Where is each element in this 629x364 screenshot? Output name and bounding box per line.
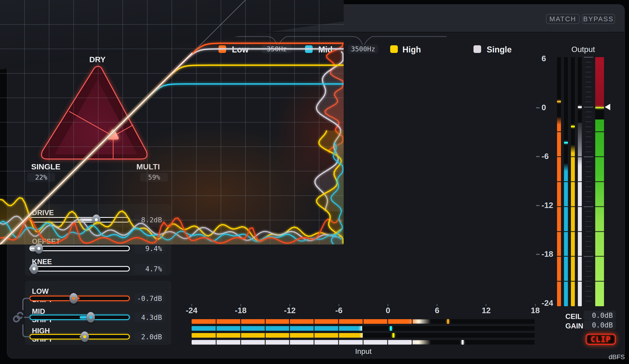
tick	[586, 226, 592, 227]
fill	[557, 124, 561, 306]
seg	[387, 319, 388, 324]
high-shift-knob[interactable]	[81, 331, 89, 342]
seg	[363, 319, 364, 324]
seg	[412, 319, 413, 324]
output-meter-mid	[564, 57, 568, 306]
seg	[564, 231, 568, 232]
seg	[289, 326, 290, 331]
low-shift-slider-track[interactable]	[29, 296, 130, 301]
seg	[557, 131, 561, 132]
clip-button[interactable]: CLIP	[586, 334, 616, 345]
x-tick-label-12: 12	[475, 306, 498, 315]
gain-value[interactable]: 0.0dB	[584, 320, 616, 330]
seg	[289, 333, 290, 338]
tick	[586, 251, 592, 252]
knee-slider-track[interactable]	[29, 266, 130, 272]
input-meter-low	[192, 319, 535, 324]
y-tick	[536, 205, 540, 206]
offset-value[interactable]: 9.4%	[134, 243, 165, 254]
x-tick-label-0: 0	[376, 306, 400, 315]
seg	[595, 131, 604, 132]
tick	[586, 112, 592, 112]
seg	[216, 319, 217, 324]
knee-value[interactable]: 4.7%	[134, 264, 165, 274]
tick	[586, 182, 592, 182]
tick	[586, 117, 592, 117]
offset-slider-track[interactable]	[29, 246, 130, 251]
tick	[586, 246, 592, 247]
offset-knob[interactable]	[35, 243, 43, 254]
peak-tick	[564, 142, 568, 144]
mid-shift-knob-dot	[89, 316, 92, 319]
ceil-label: CEIL	[565, 312, 582, 321]
tick	[586, 72, 592, 72]
legend-high-swatch[interactable]	[390, 45, 398, 53]
tick	[584, 57, 593, 58]
low-shift-knob[interactable]	[69, 293, 78, 304]
input-meter-mid	[192, 326, 535, 331]
tick	[586, 82, 592, 82]
tick	[586, 286, 592, 286]
input-meters	[192, 318, 535, 346]
peak-tick	[557, 101, 561, 102]
tick	[586, 191, 592, 192]
transfer-curve-display[interactable]: dBFS	[0, 0, 344, 245]
shift-link-bracket	[9, 291, 32, 342]
seg	[363, 340, 364, 345]
tip	[358, 326, 362, 331]
x-tick-label--24: -24	[180, 306, 203, 315]
legend-single-swatch[interactable]	[473, 45, 481, 53]
peak-tick	[571, 126, 575, 127]
seg	[564, 281, 568, 282]
mid-shift-knob[interactable]	[87, 312, 95, 323]
bypass-button[interactable]: BYPASS	[582, 14, 615, 24]
tick	[586, 221, 592, 222]
seg	[265, 319, 266, 324]
fade	[571, 145, 575, 153]
tick	[586, 301, 592, 301]
output-main-meter	[595, 57, 604, 306]
legend-single-label: Single	[487, 45, 512, 55]
x-tick-label--18: -18	[229, 306, 252, 315]
output-meter-single	[578, 57, 582, 306]
fill	[192, 333, 363, 338]
fade	[578, 158, 582, 166]
tick	[586, 142, 592, 142]
fill	[578, 166, 582, 306]
seg	[338, 340, 339, 345]
seg	[578, 156, 582, 157]
seg	[314, 333, 314, 338]
graph-grid	[0, 0, 344, 245]
seg	[216, 333, 217, 338]
ceiling-marker[interactable]	[605, 103, 611, 111]
tick	[586, 266, 592, 267]
tick	[584, 107, 593, 107]
seg	[289, 340, 290, 345]
seg	[564, 181, 568, 182]
identity-line-bright	[0, 53, 192, 245]
tick	[586, 62, 592, 62]
mid-shift-value[interactable]: 4.3dB	[134, 312, 165, 322]
seg	[338, 319, 339, 324]
tick	[586, 172, 592, 172]
peak-tick	[462, 340, 464, 345]
tick	[584, 157, 593, 157]
seg	[338, 326, 339, 331]
tick	[584, 256, 593, 257]
seg	[557, 206, 561, 207]
seg	[557, 281, 561, 282]
seg	[265, 340, 266, 345]
seg	[578, 181, 582, 182]
knee-knob-dot	[33, 268, 36, 271]
crossover-freq-high[interactable]: 3500Hz	[348, 45, 378, 53]
graph-layers	[0, 0, 344, 245]
gain-label: GAIN	[565, 322, 583, 330]
ceil-value[interactable]: 0.0dB	[584, 311, 616, 320]
tick	[586, 241, 592, 242]
tick	[586, 96, 592, 97]
seg	[595, 206, 604, 207]
match-button[interactable]: MATCH	[546, 14, 580, 24]
high-shift-value[interactable]: 2.0dB	[134, 332, 165, 342]
fade	[557, 116, 561, 125]
low-shift-value[interactable]: -0.7dB	[134, 293, 165, 303]
